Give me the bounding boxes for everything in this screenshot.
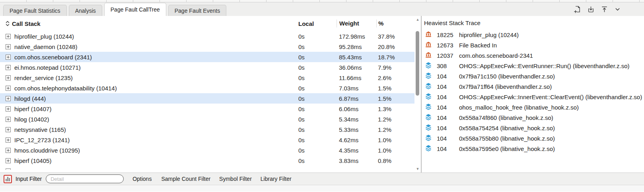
library-filter-button[interactable]: Library Filter bbox=[261, 176, 292, 182]
table-row[interactable]: com.ohos.telephonydataability (10414) 0s… bbox=[0, 83, 414, 93]
sample-count: 104 bbox=[433, 73, 457, 80]
options-button[interactable]: Options bbox=[132, 176, 152, 182]
table-row[interactable]: hmos.clouddrive (10295) 0s 4.35ms 1.0% bbox=[0, 145, 414, 155]
sample-count: 104 bbox=[433, 83, 457, 90]
column-header-percent[interactable]: % bbox=[376, 20, 414, 27]
stack-trace-row[interactable]: 104 0x558a74f860 (libnative_hook.z.so) bbox=[424, 112, 644, 123]
table-row[interactable]: hilogd (444) 0s 6.87ms 1.5% bbox=[0, 93, 414, 104]
local-value: 0s bbox=[295, 74, 337, 81]
percent-value: 1.0% bbox=[376, 137, 414, 143]
weight-value: 36.06ms bbox=[337, 64, 376, 71]
table-row[interactable]: hiperf (10405) 0s 3.83ms 0.8% bbox=[0, 155, 414, 166]
expand-icon[interactable] bbox=[6, 106, 11, 112]
table-row[interactable]: ei.hmos.notepad (10271) 0s 36.06ms 7.9% bbox=[0, 62, 414, 72]
frame-name: hiprofiler_plug (10244) bbox=[457, 31, 644, 38]
stack-trace-row[interactable]: 104 0x558a755b80 (libnative_hook.z.so) bbox=[424, 133, 644, 143]
chevron-down-icon[interactable] bbox=[614, 6, 621, 13]
table-row[interactable]: hiperf (10407) 0s 6.06ms 1.3% bbox=[0, 104, 414, 114]
frame-name: OHOS::AppExecFwk::InnerEvent::ClearEvent… bbox=[457, 94, 644, 100]
local-value: 0s bbox=[295, 43, 337, 50]
expand-icon[interactable] bbox=[6, 44, 11, 49]
expand-icon[interactable] bbox=[6, 127, 11, 132]
table-row[interactable]: native_daemon (10248) 0s 95.28ms 20.8% bbox=[0, 41, 414, 52]
stack-trace-row[interactable]: 104 ohos_malloc_hook_free (libnative_hoo… bbox=[424, 102, 644, 112]
expand-icon[interactable] bbox=[6, 158, 11, 163]
frame-name: 0x7f9a71c150 (libeventhandler.z.so) bbox=[457, 73, 644, 80]
scrollbar-thumb[interactable] bbox=[416, 31, 419, 96]
stack-trace-row[interactable]: 104 OHOS::AppExecFwk::InnerEvent::ClearE… bbox=[424, 92, 644, 102]
process-name: hiperf (10405) bbox=[14, 157, 51, 164]
table-row[interactable]: hiprofiler_plug (10244) 0s 172.98ms 37.8… bbox=[0, 31, 414, 41]
stack-trace-row[interactable]: 12037 com.ohos.sceneboard-2341 bbox=[424, 50, 644, 61]
file-add-icon[interactable] bbox=[574, 6, 581, 13]
tab-page-fault-calltree[interactable]: Page Fault CallTree bbox=[104, 3, 166, 16]
export-top-icon[interactable] bbox=[601, 6, 608, 13]
layers-icon bbox=[425, 124, 432, 132]
table-row[interactable]: render_service (1235) 0s 11.66ms 2.6% bbox=[0, 72, 414, 83]
frame-name: 0x7f9a71ff64 (libeventhandler.z.so) bbox=[457, 83, 644, 90]
scroll-down-icon[interactable]: ▼ bbox=[416, 165, 420, 172]
weight-value: 5.33ms bbox=[337, 126, 376, 133]
sample-count: 308 bbox=[433, 63, 457, 69]
weight-value: 11.66ms bbox=[337, 74, 376, 81]
sample-count-filter-button[interactable]: Sample Count Filter bbox=[161, 176, 210, 182]
percent-value: 1.2% bbox=[376, 126, 414, 133]
bank-icon bbox=[425, 41, 432, 49]
tab-page-fault-events[interactable]: Page Fault Events bbox=[168, 5, 226, 16]
sort-icon[interactable] bbox=[6, 20, 10, 27]
stack-trace-row[interactable]: 104 0x558a7595e0 (libnative_hook.z.so) bbox=[424, 143, 644, 154]
frame-name: File Backed In bbox=[457, 42, 644, 49]
expand-icon[interactable] bbox=[6, 148, 11, 153]
column-header-weight[interactable]: Weight bbox=[337, 20, 376, 27]
process-name: hiprofiler_plug (10244) bbox=[14, 33, 74, 40]
weight-value: 6.87ms bbox=[337, 95, 376, 102]
bottom-edge-strip bbox=[0, 185, 644, 192]
stack-trace-row[interactable]: 308 OHOS::AppExecFwk::EventRunner::Run()… bbox=[424, 61, 644, 71]
scroll-up-icon[interactable]: ▲ bbox=[416, 16, 420, 23]
import-download-icon[interactable] bbox=[587, 6, 595, 13]
call-stack-rows: hiprofiler_plug (10244) 0s 172.98ms 37.8… bbox=[0, 31, 414, 166]
process-name: com.ohos.telephonydataability (10414) bbox=[14, 85, 117, 92]
symbol-filter-button[interactable]: Symbol Filter bbox=[219, 176, 252, 182]
input-filter-label: Input Filter bbox=[16, 176, 42, 182]
table-row[interactable]: com.ohos.sceneboard (2341) 0s 85.43ms 18… bbox=[0, 52, 414, 62]
column-header-call-stack[interactable]: Call Stack bbox=[12, 20, 41, 27]
expand-icon[interactable] bbox=[6, 117, 11, 122]
stack-trace-row[interactable]: 18225 hiprofiler_plug (10244) bbox=[424, 29, 644, 40]
expand-icon[interactable] bbox=[6, 96, 11, 101]
process-name: native_daemon (10248) bbox=[14, 43, 77, 50]
table-scrollbar[interactable]: ▲ ▼ bbox=[414, 16, 421, 172]
percent-value: 1.3% bbox=[376, 106, 414, 112]
scrollbar-track[interactable] bbox=[414, 23, 421, 165]
expand-icon[interactable] bbox=[6, 65, 11, 70]
frame-name: 0x558a74f860 (libnative_hook.z.so) bbox=[457, 114, 644, 121]
local-value: 0s bbox=[295, 126, 337, 133]
process-name: netsysnative (1165) bbox=[14, 126, 66, 133]
stack-trace-row[interactable]: 12673 File Backed In bbox=[424, 40, 644, 50]
stack-trace-row[interactable]: 104 0x558a754254 (libnative_hook.z.so) bbox=[424, 123, 644, 133]
stack-trace-row[interactable]: 104 0x7f9a71ff64 (libeventhandler.z.so) bbox=[424, 81, 644, 92]
expand-icon[interactable] bbox=[6, 137, 11, 143]
detail-filter-input[interactable] bbox=[46, 174, 124, 183]
bank-icon bbox=[425, 31, 432, 39]
table-row-partial bbox=[0, 166, 414, 170]
column-header-local[interactable]: Local bbox=[295, 20, 337, 27]
expand-icon[interactable] bbox=[6, 75, 11, 80]
expand-icon[interactable] bbox=[6, 86, 11, 91]
weight-value: 5.34ms bbox=[337, 116, 376, 123]
stack-trace-row[interactable]: 104 0x7f9a71c150 (libeventhandler.z.so) bbox=[424, 71, 644, 81]
tab-analysis[interactable]: Analysis bbox=[69, 5, 102, 16]
table-row[interactable]: netsysnative (1165) 0s 5.33ms 1.2% bbox=[0, 124, 414, 135]
chart-filter-icon[interactable] bbox=[4, 175, 12, 183]
table-row[interactable]: hilog (10402) 0s 5.34ms 1.2% bbox=[0, 114, 414, 124]
tab-page-fault-statistics[interactable]: Page Fault Statistics bbox=[3, 5, 67, 16]
expand-icon[interactable] bbox=[6, 55, 11, 60]
expand-icon bbox=[6, 168, 11, 170]
sample-count: 104 bbox=[433, 94, 457, 100]
expand-icon[interactable] bbox=[6, 34, 11, 39]
filter-bar: Input Filter Options Sample Count Filter… bbox=[0, 172, 644, 185]
table-row[interactable]: IPC_12_2723 (1241) 0s 4.62ms 1.0% bbox=[0, 135, 414, 145]
percent-value: 2.6% bbox=[376, 74, 414, 81]
weight-value: 6.06ms bbox=[337, 106, 376, 112]
frame-name: ohos_malloc_hook_free (libnative_hook.z.… bbox=[457, 104, 644, 111]
